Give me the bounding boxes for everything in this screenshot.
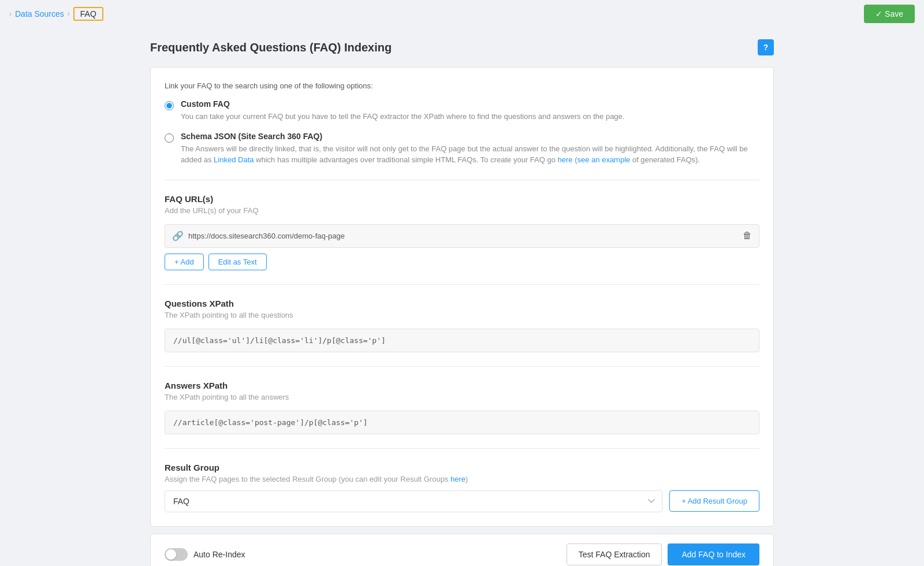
help-button[interactable]: ? — [758, 39, 774, 55]
custom-faq-desc: You can take your current FAQ but you ha… — [181, 111, 624, 122]
questions-xpath-section: Questions XPath The XPath pointing to al… — [165, 284, 759, 352]
auto-reindex-label: Auto Re-Index — [193, 550, 245, 559]
test-extraction-button[interactable]: Test FAQ Extraction — [567, 543, 662, 565]
schema-json-title: Schema JSON (Site Search 360 FAQ) — [181, 132, 759, 141]
page-title: Frequently Asked Questions (FAQ) Indexin… — [150, 41, 392, 54]
auto-reindex-container: Auto Re-Index — [165, 548, 245, 561]
main-content: Frequently Asked Questions (FAQ) Indexin… — [116, 28, 808, 566]
add-result-group-button[interactable]: + Add Result Group — [669, 490, 759, 512]
here-link[interactable]: here — [558, 155, 573, 164]
result-groups-here-link[interactable]: here — [450, 475, 465, 483]
toggle-knob — [166, 549, 176, 560]
breadcrumb-parent-link[interactable]: Data Sources — [15, 9, 64, 18]
main-card: Link your FAQ to the search using one of… — [150, 67, 774, 527]
breadcrumb: › Data Sources › FAQ — [9, 7, 103, 21]
bottom-actions: Test FAQ Extraction Add FAQ to Index — [567, 543, 759, 565]
faq-urls-sub: Add the URL(s) of your FAQ — [165, 206, 759, 215]
schema-json-option: Schema JSON (Site Search 360 FAQ) The An… — [165, 132, 759, 166]
answers-xpath-heading: Answers XPath — [165, 381, 759, 390]
result-group-row: FAQ + Add Result Group — [165, 490, 759, 512]
url-value: https://docs.sitesearch360.com/demo-faq-… — [188, 232, 738, 240]
edit-as-text-button[interactable]: Edit as Text — [208, 254, 267, 270]
faq-urls-heading: FAQ URL(s) — [165, 194, 759, 204]
top-bar: › Data Sources › FAQ ✓ Save — [0, 0, 924, 28]
custom-faq-radio[interactable] — [165, 101, 174, 110]
delete-url-button[interactable]: 🗑 — [743, 230, 752, 241]
breadcrumb-current: FAQ — [73, 7, 103, 21]
result-group-select[interactable]: FAQ — [165, 490, 662, 512]
questions-xpath-heading: Questions XPath — [165, 299, 759, 308]
link-options-section: Link your FAQ to the search using one of… — [165, 81, 759, 166]
answers-xpath-input[interactable] — [165, 411, 759, 434]
result-group-section: Result Group Assign the FAQ pages to the… — [165, 448, 759, 512]
chevron-icon-2: › — [68, 10, 70, 18]
custom-faq-title: Custom FAQ — [181, 99, 624, 109]
questions-xpath-input[interactable] — [165, 329, 759, 352]
schema-json-radio[interactable] — [165, 133, 174, 143]
answers-xpath-section: Answers XPath The XPath pointing to all … — [165, 366, 759, 434]
page-header: Frequently Asked Questions (FAQ) Indexin… — [150, 39, 774, 55]
custom-faq-content: Custom FAQ You can take your current FAQ… — [181, 99, 624, 122]
answers-xpath-sub: The XPath pointing to all the answers — [165, 393, 759, 401]
link-options-label: Link your FAQ to the search using one of… — [165, 81, 759, 90]
faq-urls-section: FAQ URL(s) Add the URL(s) of your FAQ 🔗 … — [165, 180, 759, 270]
schema-json-content: Schema JSON (Site Search 360 FAQ) The An… — [181, 132, 759, 166]
linked-data-link[interactable]: Linked Data — [214, 155, 254, 164]
schema-json-desc: The Answers will be directly linked, tha… — [181, 143, 759, 166]
url-actions: + Add Edit as Text — [165, 254, 759, 270]
result-group-heading: Result Group — [165, 463, 759, 472]
link-icon: 🔗 — [172, 230, 184, 241]
see-example-link[interactable]: see an example — [578, 155, 631, 164]
auto-reindex-toggle[interactable] — [165, 548, 188, 561]
result-group-desc: Assign the FAQ pages to the selected Res… — [165, 475, 759, 483]
bottom-bar: Auto Re-Index Test FAQ Extraction Add FA… — [150, 534, 774, 567]
url-row: 🔗 https://docs.sitesearch360.com/demo-fa… — [165, 224, 759, 248]
questions-xpath-sub: The XPath pointing to all the questions — [165, 311, 759, 319]
custom-faq-option: Custom FAQ You can take your current FAQ… — [165, 99, 759, 122]
add-to-index-button[interactable]: Add FAQ to Index — [668, 543, 759, 565]
chevron-icon: › — [9, 10, 12, 18]
add-url-button[interactable]: + Add — [165, 254, 204, 270]
save-button[interactable]: ✓ Save — [864, 5, 915, 23]
